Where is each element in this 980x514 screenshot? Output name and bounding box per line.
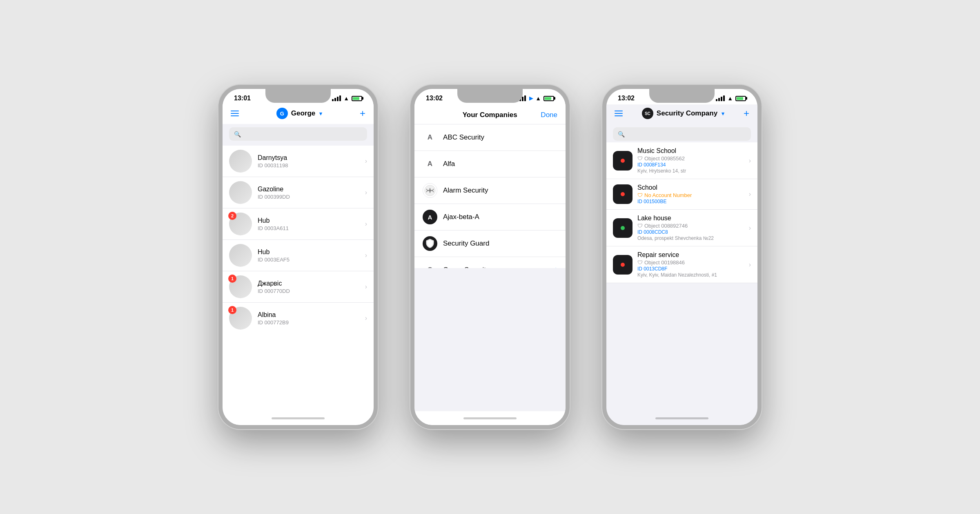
menu-button-1[interactable] <box>231 111 239 116</box>
object-chevron: › <box>749 191 751 198</box>
object-id: ID 0008F134 <box>637 162 749 168</box>
company-name: Ajax-beta-A <box>443 213 557 221</box>
nav-title-1[interactable]: G George ▾ <box>276 108 323 119</box>
nav-chevron-3: ▾ <box>722 111 724 117</box>
item-name: Hub <box>258 248 365 256</box>
home-bar-3 <box>655 417 708 419</box>
status-icons-2: ▶ ▲ <box>517 95 554 102</box>
object-item[interactable]: Repair service 🛡 Object 00198846 ID 0013… <box>606 246 757 283</box>
detail-text: Object 00985562 <box>644 155 685 162</box>
company-item[interactable]: A Alfa <box>414 151 566 177</box>
signal-bar-4 <box>339 95 341 101</box>
object-detail: 🛡 No Account Number <box>637 192 749 198</box>
search-bar-3[interactable]: 🔍 <box>613 127 751 141</box>
search-bar-1[interactable]: 🔍 <box>229 127 367 141</box>
object-address: Odesa, prospekt Shevchenka №22 <box>637 235 749 241</box>
search-icon-1: 🔍 <box>234 131 241 137</box>
object-detail: 🛡 Object 00198846 <box>637 259 749 266</box>
shield-icon: 🛡 <box>637 223 643 229</box>
object-icon <box>613 255 633 275</box>
home-bar-2 <box>463 417 517 419</box>
company-item[interactable]: Alarm Security <box>414 177 566 204</box>
signal-bars-2 <box>517 95 526 101</box>
status-icons-1: ▲ <box>332 95 362 102</box>
item-id: ID 00031198 <box>258 162 365 168</box>
badge: 1 <box>228 275 236 283</box>
object-chevron: › <box>749 157 751 164</box>
wifi-icon-1: ▲ <box>343 95 349 102</box>
search-icon-3: 🔍 <box>618 131 625 137</box>
device-list-1: Darnytsya ID 00031198 › Gazoline ID 0003… <box>223 146 374 411</box>
object-icon <box>613 151 633 171</box>
company-item[interactable]: A ABC Security <box>414 124 566 151</box>
search-input-1[interactable] <box>244 131 362 137</box>
signal-bar-2 <box>334 98 336 101</box>
item-avatar: 1 <box>229 307 252 330</box>
company-item[interactable]: Security Guard <box>414 230 566 257</box>
battery-fill-2 <box>545 97 551 100</box>
battery-fill-1 <box>353 97 359 100</box>
list-item[interactable]: 2 Hub ID 0003A611 › <box>223 208 374 240</box>
item-id: ID 000770DD <box>258 288 365 294</box>
item-id: ID 0003A611 <box>258 225 365 231</box>
object-id: ID 001500BE <box>637 199 749 204</box>
search-input-3[interactable] <box>628 131 746 137</box>
object-info: Repair service 🛡 Object 00198846 ID 0013… <box>637 251 749 278</box>
status-bar-2: 13:02 ▶ ▲ <box>414 89 566 104</box>
status-dot <box>621 192 625 196</box>
item-info: Hub ID 0003EAF5 <box>258 248 365 263</box>
object-item[interactable]: Lake house 🛡 Object 008892746 ID 0008CDC… <box>606 210 757 246</box>
object-name: Repair service <box>637 251 749 259</box>
list-item[interactable]: Darnytsya ID 00031198 › <box>223 146 374 177</box>
company-name: Alarm Security <box>443 186 557 195</box>
object-item[interactable]: Music School 🛡 Object 00985562 ID 0008F1… <box>606 142 757 179</box>
home-indicator-3 <box>606 411 757 425</box>
menu-button-3[interactable] <box>615 111 623 116</box>
time-1: 13:01 <box>234 95 251 102</box>
user-avatar-1: G <box>276 108 288 119</box>
add-button-3[interactable]: + <box>744 108 749 119</box>
company-item[interactable]: A Ajax-beta-A <box>414 204 566 230</box>
object-id: ID 0008CDC8 <box>637 229 749 235</box>
status-bar-3: 13:02 ▲ <box>606 89 757 104</box>
signal-bars-3 <box>716 95 725 101</box>
sheet-bottom <box>414 268 566 412</box>
done-button[interactable]: Done <box>541 111 557 119</box>
object-address: Kyiv, Hrytsenko 14, str <box>637 168 749 174</box>
wifi-icon-3: ▲ <box>727 95 733 102</box>
status-bar-1: 13:01 ▲ <box>223 89 374 104</box>
add-button-1[interactable]: + <box>360 108 365 119</box>
company-name: Security Guard <box>443 239 557 248</box>
username-label: George <box>291 109 316 117</box>
item-info: Hub ID 0003A611 <box>258 217 365 231</box>
wifi-icon-2: ▲ <box>535 95 541 102</box>
object-info: Music School 🛡 Object 00985562 ID 0008F1… <box>637 147 749 174</box>
company-item[interactable]: G Group Security ✓ <box>414 257 566 268</box>
company-letter: A <box>423 157 437 171</box>
nav-bar-3: SC Security Company ▾ + <box>606 104 757 124</box>
item-avatar: 2 <box>229 213 252 235</box>
company-name: ABC Security <box>443 133 557 142</box>
company-name: Alfa <box>443 160 557 168</box>
list-item[interactable]: Gazoline ID 000399DD › <box>223 177 374 208</box>
object-name: Music School <box>637 147 749 155</box>
status-dot <box>621 226 625 230</box>
list-item[interactable]: 1 Джарвіс ID 000770DD › <box>223 271 374 303</box>
nav-title-3[interactable]: SC Security Company ▾ <box>642 108 724 119</box>
object-info: School 🛡 No Account Number ID 001500BE <box>637 184 749 204</box>
phones-container: 13:01 ▲ <box>218 85 762 429</box>
list-item[interactable]: Hub ID 0003EAF5 › <box>223 240 374 271</box>
badge: 1 <box>228 306 236 314</box>
object-chevron: › <box>749 224 751 232</box>
company-letter: A <box>423 130 437 145</box>
object-name: Lake house <box>637 215 749 222</box>
signal-bar-1 <box>332 99 334 101</box>
item-info: Gazoline ID 000399DD <box>258 186 365 200</box>
object-item[interactable]: School 🛡 No Account Number ID 001500BE › <box>606 179 757 210</box>
sheet-header: Your Companies Done <box>414 104 566 124</box>
company-name-label: Security Company <box>657 109 717 117</box>
signal-bar-3 <box>337 97 339 101</box>
item-avatar: 1 <box>229 275 252 298</box>
item-info: Darnytsya ID 00031198 <box>258 154 365 168</box>
list-item[interactable]: 1 Albina ID 000772B9 › <box>223 303 374 334</box>
